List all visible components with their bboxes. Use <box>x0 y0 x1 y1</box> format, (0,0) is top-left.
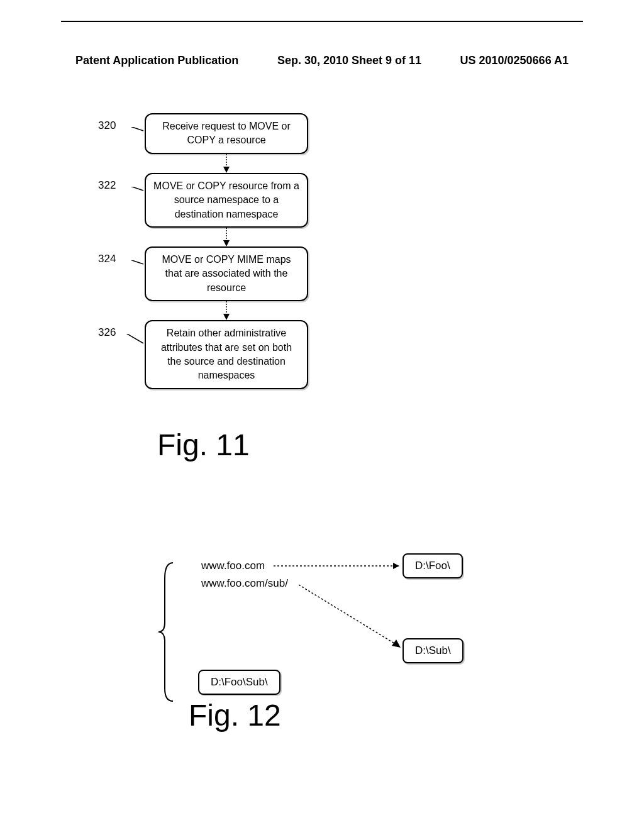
page-border-top <box>61 21 583 22</box>
flowchart-fig11: 320 Receive request to MOVE or COPY a re… <box>101 113 340 408</box>
svg-marker-13 <box>392 639 401 648</box>
url-foo: www.foo.com <box>201 560 265 572</box>
flow-label-320: 320 <box>98 119 116 132</box>
leader-line-icon <box>121 127 146 140</box>
flow-step-322: 322 MOVE or COPY resource from a source … <box>101 173 340 228</box>
arrow-right-icon <box>274 563 399 569</box>
flow-label-326: 326 <box>98 326 116 339</box>
svg-line-0 <box>121 127 143 131</box>
leader-line-icon <box>121 260 146 273</box>
flow-label-324: 324 <box>98 253 116 265</box>
flow-step-320: 320 Receive request to MOVE or COPY a re… <box>101 113 340 154</box>
dir-box-foo: D:\Foo\ <box>402 553 463 578</box>
leader-line-icon <box>121 187 146 199</box>
flow-box-326: Retain other administrative attributes t… <box>145 320 308 389</box>
flow-box-320: Receive request to MOVE or COPY a resour… <box>145 113 308 154</box>
svg-line-12 <box>299 585 396 645</box>
dir-box-foosub: D:\Foo\Sub\ <box>198 670 280 695</box>
arrow-down-icon <box>145 154 308 173</box>
arrow-down-icon <box>145 228 308 246</box>
svg-marker-5 <box>223 240 230 246</box>
figure-12-caption: Fig. 12 <box>189 698 281 733</box>
leader-line-icon <box>121 334 146 353</box>
flow-step-326: 326 Retain other administrative attribut… <box>101 320 340 389</box>
url-foo-sub: www.foo.com/sub/ <box>201 577 288 590</box>
svg-marker-8 <box>223 314 230 320</box>
dir-box-sub: D:\Sub\ <box>402 638 464 663</box>
header-center-text: Sep. 30, 2010 Sheet 9 of 11 <box>277 54 421 67</box>
page-header: Patent Application Publication Sep. 30, … <box>0 54 644 67</box>
svg-line-9 <box>121 334 143 343</box>
arrow-diagonal-icon <box>299 582 406 651</box>
svg-line-3 <box>121 187 143 191</box>
flow-label-322: 322 <box>98 179 116 192</box>
svg-marker-11 <box>393 563 399 569</box>
flow-step-324: 324 MOVE or COPY MIME maps that are asso… <box>101 246 340 301</box>
curly-bracket-icon <box>157 560 176 704</box>
header-right-text: US 2010/0250666 A1 <box>460 54 569 67</box>
flow-box-324: MOVE or COPY MIME maps that are associat… <box>145 246 308 301</box>
header-left-text: Patent Application Publication <box>75 54 238 67</box>
flow-box-322: MOVE or COPY resource from a source name… <box>145 173 308 228</box>
arrow-down-icon <box>145 301 308 320</box>
figure-11-caption: Fig. 11 <box>157 428 250 462</box>
svg-line-6 <box>121 260 143 264</box>
svg-marker-2 <box>223 167 230 173</box>
